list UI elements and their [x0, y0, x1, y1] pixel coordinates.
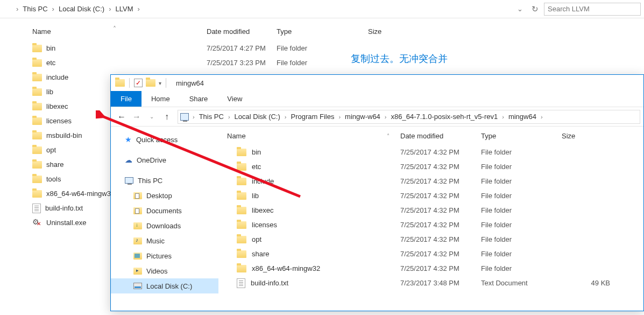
sidebar-local-disk[interactable]: Local Disk (C:) [111, 278, 218, 293]
file-row[interactable]: opt7/25/2017 4:32 PMFile folder [218, 232, 643, 247]
pc-icon [180, 113, 189, 121]
annotation-text: 复制过去。无冲突合并 [351, 52, 448, 65]
column-date[interactable]: Date modified [207, 27, 277, 36]
file-row[interactable]: bin7/25/2017 4:27 PMFile folder [32, 41, 644, 55]
file-name: licenses [46, 117, 72, 125]
file-type: File folder [277, 44, 368, 52]
column-name[interactable]: Name˄ [227, 132, 400, 140]
chevron-right-icon: › [383, 114, 388, 120]
breadcrumb-mingw-w64[interactable]: mingw-w64 [342, 113, 383, 121]
refresh-button[interactable]: ↻ [526, 4, 544, 14]
star-icon: ★ [125, 135, 132, 144]
breadcrumb-mingw64[interactable]: mingw64 [506, 113, 539, 121]
file-row[interactable]: licenses7/25/2017 4:32 PMFile folder [218, 218, 643, 232]
recent-dropdown[interactable]: ⌄ [144, 114, 159, 120]
file-name: opt [252, 235, 261, 243]
breadcrumb-this-pc[interactable]: This PC [196, 113, 227, 121]
folder-icon [32, 117, 42, 125]
cloud-icon: ☁ [125, 156, 132, 164]
text-file-icon [237, 278, 245, 288]
sidebar-label: Desktop [146, 192, 172, 200]
chevron-right-icon: › [500, 114, 506, 120]
file-row[interactable]: include7/25/2017 4:32 PMFile folder [218, 174, 643, 188]
folder-icon [237, 163, 246, 171]
column-name[interactable]: Name [32, 27, 207, 36]
file-date: 7/25/2017 3:23 PM [207, 59, 277, 67]
file-name: opt [46, 146, 56, 154]
search-input[interactable] [544, 3, 641, 16]
sidebar-this-pc[interactable]: This PC [111, 173, 218, 188]
forward-button[interactable]: → [129, 112, 144, 122]
sidebar-desktop[interactable]: Desktop [111, 188, 218, 203]
file-name: share [46, 160, 64, 169]
qat-dropdown-icon[interactable]: ▾ [159, 80, 161, 86]
column-label: Name [227, 132, 246, 140]
file-name: libexec [252, 206, 273, 214]
file-row[interactable]: libexec7/25/2017 4:32 PMFile folder [218, 203, 643, 218]
file-name: etc [46, 59, 55, 67]
breadcrumb-bar[interactable]: › This PC › Local Disk (C:) › Program Fi… [178, 110, 640, 124]
breadcrumb-version[interactable]: x86_64-7.1.0-posix-seh-rt_v5-rev1 [388, 113, 501, 121]
sidebar-documents[interactable]: Documents [111, 203, 218, 218]
file-type: File folder [481, 206, 562, 214]
column-size[interactable]: Size [562, 132, 615, 140]
text-file-icon [32, 204, 41, 213]
breadcrumb-local-disk[interactable]: Local Disk (C:) [232, 113, 283, 121]
file-type: File folder [481, 148, 562, 156]
sidebar-label: Music [146, 237, 165, 245]
title-bar[interactable]: ✓ ▾ mingw64 [111, 75, 643, 91]
file-list: bin7/25/2017 4:32 PMFile folderetc7/25/2… [218, 145, 643, 290]
column-date[interactable]: Date modified [400, 132, 481, 140]
tab-file[interactable]: File [111, 91, 141, 107]
sidebar-music[interactable]: Music [111, 233, 218, 248]
file-name: bin [252, 148, 261, 156]
quick-access-properties-icon[interactable]: ✓ [134, 79, 143, 87]
back-button[interactable]: ← [114, 112, 129, 122]
chevron-right-icon: › [191, 114, 196, 120]
file-date: 7/25/2017 4:32 PM [400, 163, 481, 171]
file-row[interactable]: share7/25/2017 4:32 PMFile folder [218, 247, 643, 261]
file-date: 7/25/2017 4:32 PM [400, 206, 481, 214]
file-type: File folder [481, 192, 562, 200]
file-name: include [252, 177, 274, 185]
tab-share[interactable]: Share [180, 91, 218, 107]
file-row[interactable]: lib7/25/2017 4:32 PMFile folder [218, 188, 643, 203]
file-type: Text Document [481, 279, 562, 287]
explorer-window-mingw64: ✓ ▾ mingw64 File Home Share View ← → ⌄ ↑… [110, 74, 644, 311]
tab-home[interactable]: Home [141, 91, 180, 107]
desktop-icon [133, 192, 142, 199]
address-dropdown[interactable]: ⌄ [514, 5, 526, 13]
sidebar-videos[interactable]: Videos [111, 263, 218, 278]
column-size[interactable]: Size [368, 27, 443, 36]
sidebar-pictures[interactable]: Pictures [111, 248, 218, 263]
column-type[interactable]: Type [481, 132, 562, 140]
breadcrumb-this-pc[interactable]: This PC [20, 5, 49, 13]
chevron-right-icon: › [283, 114, 288, 120]
breadcrumb-local-disk[interactable]: Local Disk (C:) [56, 5, 107, 13]
file-name: bin [46, 44, 55, 52]
file-row[interactable]: etc7/25/2017 3:23 PMFile folder [32, 55, 644, 70]
sidebar-onedrive[interactable]: ☁OneDrive [111, 152, 218, 167]
exe-file-icon [32, 219, 42, 227]
sidebar-downloads[interactable]: Downloads [111, 218, 218, 233]
file-row[interactable]: build-info.txt7/23/2017 3:48 PMText Docu… [218, 276, 643, 290]
file-type: File folder [481, 250, 562, 258]
breadcrumb-llvm[interactable]: LLVM [114, 5, 136, 13]
file-row[interactable]: bin7/25/2017 4:32 PMFile folder [218, 145, 643, 159]
file-row[interactable]: x86_64-w64-mingw327/25/2017 4:32 PMFile … [218, 261, 643, 276]
folder-icon[interactable] [146, 79, 155, 87]
tab-view[interactable]: View [217, 91, 252, 107]
sidebar-quick-access[interactable]: ★Quick access [111, 132, 218, 147]
folder-icon [32, 161, 42, 169]
up-button[interactable]: ↑ [159, 112, 174, 122]
file-name: etc [252, 163, 261, 171]
file-row[interactable]: etc7/25/2017 4:32 PMFile folder [218, 159, 643, 174]
file-type: File folder [481, 177, 562, 185]
breadcrumb-program-files[interactable]: Program Files [288, 113, 337, 121]
column-type[interactable]: Type [277, 27, 368, 36]
sidebar-label: This PC [138, 177, 162, 185]
videos-icon [133, 268, 142, 275]
pictures-icon [133, 253, 142, 260]
file-name: licenses [252, 221, 277, 229]
folder-icon [32, 146, 42, 154]
